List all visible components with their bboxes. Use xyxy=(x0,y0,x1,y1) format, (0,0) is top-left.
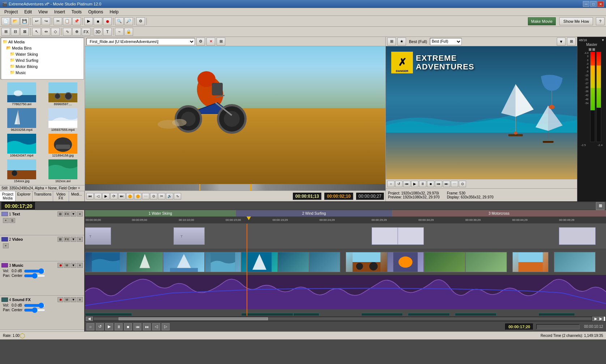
video-comp-btn[interactable]: ⊞ xyxy=(57,237,63,242)
menu-view[interactable]: View xyxy=(35,9,51,15)
video-menu-btn[interactable]: ≡ xyxy=(77,237,83,242)
sfx-clip-6[interactable] xyxy=(455,313,496,316)
tl-stop-btn[interactable]: ■ xyxy=(124,323,132,330)
video-clip-8[interactable] xyxy=(346,252,387,272)
tl-play-btn[interactable]: ▶ xyxy=(105,323,113,330)
make-movie-button[interactable]: Make Movie xyxy=(528,17,556,25)
text-menu-btn[interactable]: ≡ xyxy=(77,211,83,217)
rp-prev-frame-btn[interactable]: ⏮ xyxy=(435,181,442,187)
thumb-2[interactable]: 89960597.... xyxy=(43,82,83,107)
tl-go-end-btn[interactable]: ⏭ xyxy=(143,323,151,330)
grid-button[interactable]: ⊟ xyxy=(11,28,20,36)
sfx-clip-7[interactable] xyxy=(538,313,575,316)
cut-button[interactable]: ✂ xyxy=(54,17,62,25)
minimize-button[interactable]: ─ xyxy=(583,1,589,7)
tree-motor-biking[interactable]: 📁 Motor Biking xyxy=(2,63,83,69)
help-button[interactable]: ? xyxy=(596,17,605,25)
snap-button[interactable]: ⊞ xyxy=(1,28,10,36)
video-clip-5[interactable] xyxy=(241,252,278,272)
tree-media-bins[interactable]: 📂 Media Bins xyxy=(2,45,83,51)
3d-button[interactable]: 3D xyxy=(94,28,102,36)
menu-insert[interactable]: Insert xyxy=(51,9,68,15)
undo-button[interactable]: ↩ xyxy=(32,17,41,25)
thumb-3[interactable]: 96203258.mp4 xyxy=(1,107,42,132)
tl-pause-btn[interactable]: ⏸ xyxy=(115,323,123,330)
envelope-btn[interactable]: ∿ xyxy=(174,193,181,200)
thumb-6[interactable]: 121894158.jpg xyxy=(43,133,83,158)
menu-help[interactable]: Help xyxy=(107,9,121,15)
trim-button[interactable]: ⇔ xyxy=(42,28,50,36)
music-record-btn[interactable]: ⏺ xyxy=(57,263,63,268)
text-btn[interactable]: T xyxy=(103,28,112,36)
thumb-4[interactable]: 105937555.mp4 xyxy=(43,107,83,132)
tab-explorer[interactable]: Explorer xyxy=(16,191,32,201)
thumb-1[interactable]: 77862750.avi xyxy=(1,82,42,107)
rp-play-btn[interactable]: ▶ xyxy=(411,181,418,187)
crossfade-button[interactable]: ⊕ xyxy=(72,28,81,36)
sfx-clip-2[interactable] xyxy=(241,313,293,316)
sfx-pan-slider[interactable] xyxy=(24,309,46,312)
text-solo-btn[interactable]: S xyxy=(9,218,15,223)
timeline-scrollbar[interactable]: ◀ ▶ ▶▐ xyxy=(85,316,606,321)
scroll-end-btn[interactable]: ▶▐ xyxy=(599,317,605,321)
new-button[interactable]: 📄 xyxy=(1,17,10,25)
tl-go-start-btn[interactable]: ⏮ xyxy=(133,323,141,330)
sfx-clip-3[interactable] xyxy=(293,313,319,316)
text-make-compositable-btn[interactable]: ⊞ xyxy=(57,211,63,217)
file-dropdown[interactable]: First_Ride.avi [U:\ExtremeAdventures\] xyxy=(86,38,195,45)
text-clip-1[interactable]: T xyxy=(85,227,111,245)
video-clip-4[interactable] xyxy=(205,252,241,272)
trim-in-marker[interactable] xyxy=(199,184,200,190)
play-pause-btn[interactable]: ▶ xyxy=(102,193,110,200)
tree-all-media[interactable]: 📁 All Media xyxy=(2,39,83,45)
menu-options[interactable]: Options xyxy=(85,9,106,15)
rp-refresh-btn[interactable]: ↺ xyxy=(395,181,402,187)
video-clip-11[interactable] xyxy=(465,252,507,272)
rp-loop-btn[interactable]: ○ xyxy=(387,181,394,187)
video-add-btn[interactable]: + xyxy=(3,243,9,248)
select-button[interactable]: ↖ xyxy=(32,28,41,36)
tl-loop-btn[interactable]: ○ xyxy=(86,323,94,330)
scroll-thumb[interactable] xyxy=(119,317,268,320)
right-preview-quality[interactable]: ★ xyxy=(397,38,406,46)
text-expand-btn[interactable]: ▼ xyxy=(71,211,76,217)
redo-button[interactable]: ↪ xyxy=(42,17,50,25)
rp-more-btn[interactable]: ⋯ xyxy=(451,181,458,187)
tree-water-skiing[interactable]: 📁 Water Skiing xyxy=(2,51,83,57)
video-clip-13[interactable] xyxy=(554,252,596,272)
text-clip-2[interactable]: T xyxy=(174,227,205,245)
quality-dropdown[interactable]: Best (Full) Good (Half) Draft (Quarter) xyxy=(430,38,462,45)
more-btn[interactable]: ⋯ xyxy=(142,193,149,200)
tl-prev-frame-btn[interactable]: ◁ xyxy=(152,323,160,330)
text-clip-5[interactable] xyxy=(559,227,596,245)
music-pan-slider[interactable] xyxy=(24,274,46,277)
music-vol-slider[interactable] xyxy=(24,270,46,273)
mark-out-btn[interactable]: ⬤ xyxy=(134,193,141,200)
sfx-expand-btn[interactable]: ▼ xyxy=(71,297,76,302)
video-clip-3[interactable] xyxy=(163,252,205,272)
jog-btn[interactable]: ⊙ xyxy=(150,193,157,200)
tab-video-fx[interactable]: Video FX xyxy=(53,191,69,201)
tab-project-media[interactable]: Project Media xyxy=(0,191,16,201)
text-clip-4[interactable] xyxy=(398,227,424,245)
menu-project[interactable]: Project xyxy=(1,9,21,15)
preview-expand-btn[interactable]: ⊞ xyxy=(217,38,225,46)
video-clip-12[interactable] xyxy=(512,252,549,272)
video-clip-2[interactable] xyxy=(127,252,163,272)
go-start-btn[interactable]: ⏮ xyxy=(86,193,94,200)
scroll-right-btn[interactable]: ▶ xyxy=(592,317,599,321)
tree-wind-surfing[interactable]: 📁 Wind Surfing xyxy=(2,57,83,63)
tl-jog-wheel[interactable] xyxy=(536,324,580,329)
sfx-menu-btn[interactable]: ≡ xyxy=(77,297,83,302)
markers-button[interactable]: ⊠ xyxy=(20,28,29,36)
video-clip-9[interactable] xyxy=(387,252,424,272)
text-add-btn[interactable]: + xyxy=(3,218,9,223)
tl-refresh-btn[interactable]: ↺ xyxy=(96,323,104,330)
zoom-out-button[interactable]: 🔎 xyxy=(124,17,133,25)
trim-out-marker[interactable] xyxy=(250,184,251,190)
vu-ctrl-2[interactable] xyxy=(592,48,595,51)
sfx-clip-1[interactable] xyxy=(85,313,132,316)
right-preview-menu[interactable]: ▼ xyxy=(557,38,566,46)
lock-button[interactable]: 🔒 xyxy=(124,28,133,36)
zoom-in-button[interactable]: 🔍 xyxy=(115,17,124,25)
